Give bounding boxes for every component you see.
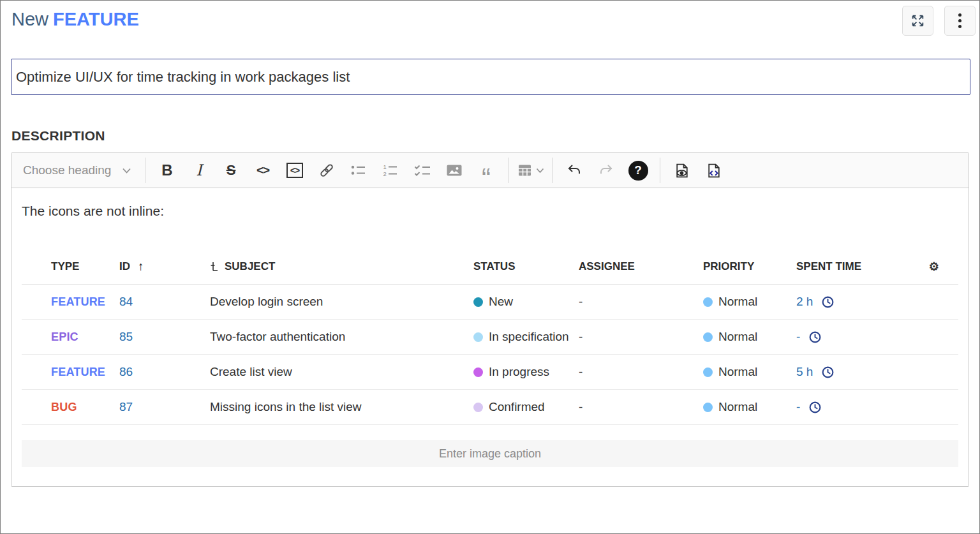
insert-image-icon <box>446 163 463 178</box>
redo-button[interactable] <box>590 157 622 184</box>
insert-image-button[interactable] <box>438 157 470 184</box>
insert-table-button[interactable] <box>514 157 546 184</box>
page-title-type: FEATURE <box>53 9 139 29</box>
wp-id-link[interactable]: 85 <box>119 330 133 344</box>
priority-dot <box>703 332 713 342</box>
preview-icon <box>673 162 691 179</box>
numbered-list-button[interactable]: 12 <box>375 157 406 184</box>
wp-id-link[interactable]: 86 <box>119 365 133 379</box>
priority-dot <box>703 367 713 377</box>
column-id: ID ↑ <box>119 260 210 274</box>
code-block-icon: <> <box>286 163 303 178</box>
bold-button[interactable]: B <box>151 157 183 184</box>
wp-type: FEATURE <box>51 366 105 379</box>
editor-toolbar: Choose heading B I S <> <> 12 <box>11 153 969 188</box>
description-editor: Choose heading B I S <> <> 12 <box>11 152 969 487</box>
column-status: STATUS <box>473 260 579 273</box>
spent-time-link[interactable]: 5 h <box>796 365 813 379</box>
fullscreen-icon <box>910 13 926 29</box>
wp-type: EPIC <box>51 330 78 344</box>
clock-icon[interactable] <box>821 366 835 379</box>
status-label: New <box>489 295 513 309</box>
code-block-button[interactable]: <> <box>279 157 311 184</box>
markdown-source-icon <box>705 162 723 179</box>
column-priority: PRIORITY <box>703 260 796 273</box>
priority-dot <box>703 297 713 307</box>
priority-label: Normal <box>718 400 757 414</box>
wp-subject: Develop login screen <box>210 295 323 309</box>
insert-table-icon <box>517 163 533 178</box>
table-settings: ⚙ <box>898 260 939 274</box>
assignee-value: - <box>579 400 703 414</box>
hierarchy-icon <box>210 261 219 272</box>
settings-gear-icon: ⚙ <box>929 260 939 274</box>
wp-id-link[interactable]: 87 <box>119 400 133 414</box>
chevron-down-icon <box>122 167 131 174</box>
status-dot <box>473 367 483 377</box>
assignee-value: - <box>579 295 703 309</box>
kebab-menu-icon <box>958 13 961 28</box>
bold-icon: B <box>161 161 172 179</box>
undo-icon <box>566 163 583 178</box>
inline-code-button[interactable]: <> <box>247 157 279 184</box>
status-dot <box>473 403 483 412</box>
undo-button[interactable] <box>558 157 590 184</box>
assignee-value: - <box>579 365 703 379</box>
spent-time-link[interactable]: - <box>796 330 800 344</box>
strikethrough-button[interactable]: S <box>215 157 247 184</box>
editor-paragraph: The icons are not inline: <box>22 204 958 219</box>
table-chevron-icon <box>536 168 544 174</box>
spent-time-link[interactable]: - <box>796 400 800 414</box>
sort-ascending-icon: ↑ <box>138 260 144 274</box>
toolbar-separator <box>660 158 660 183</box>
assignee-value: - <box>579 330 703 344</box>
bulleted-list-icon <box>350 163 367 178</box>
table-row: FEATURE 86 Create list view In progress … <box>22 355 958 390</box>
status-dot <box>473 297 483 307</box>
todo-list-button[interactable] <box>406 157 438 184</box>
column-type: TYPE <box>51 260 119 273</box>
heading-dropdown[interactable]: Choose heading <box>18 158 139 183</box>
preview-button[interactable] <box>666 157 698 184</box>
editor-content[interactable]: The icons are not inline: TYPE ID ↑ SUBJ… <box>11 188 969 486</box>
help-icon: ? <box>628 161 648 181</box>
block-quote-button[interactable]: “ <box>470 157 502 184</box>
spent-time-link[interactable]: 2 h <box>796 295 813 309</box>
page-header: NewFEATURE <box>1 1 979 36</box>
table-header-row: TYPE ID ↑ SUBJECT STATUS ASSIGNEE PRIORI… <box>22 249 958 285</box>
bulleted-list-button[interactable] <box>343 157 375 184</box>
wp-id-link[interactable]: 84 <box>119 295 133 309</box>
subject-input[interactable] <box>11 59 970 95</box>
column-spent-time: SPENT TIME <box>796 260 898 273</box>
status-label: In specification <box>489 330 569 344</box>
markdown-source-button[interactable] <box>698 157 730 184</box>
redo-icon <box>598 163 614 178</box>
embedded-table-image[interactable]: TYPE ID ↑ SUBJECT STATUS ASSIGNEE PRIORI… <box>22 249 958 467</box>
new-work-package-page: NewFEATURE DESCRIPTION Choose heading <box>0 0 980 534</box>
table-row: EPIC 85 Two-factor authentication In spe… <box>22 320 958 355</box>
clock-icon[interactable] <box>808 330 822 344</box>
priority-label: Normal <box>718 365 757 379</box>
wp-subject: Missing icons in the list view <box>210 400 362 414</box>
status-dot <box>473 332 483 342</box>
header-actions <box>902 6 976 36</box>
image-caption-placeholder[interactable]: Enter image caption <box>22 440 958 467</box>
fullscreen-button[interactable] <box>902 6 933 36</box>
wp-type: BUG <box>51 401 77 414</box>
page-title: NewFEATURE <box>11 6 139 30</box>
heading-dropdown-label: Choose heading <box>23 163 111 177</box>
help-button[interactable]: ? <box>622 157 654 184</box>
todo-list-icon <box>414 163 431 178</box>
wp-subject: Two-factor authentication <box>210 330 345 344</box>
more-menu-button[interactable] <box>944 6 976 36</box>
clock-icon[interactable] <box>821 295 835 309</box>
italic-button[interactable]: I <box>183 157 215 184</box>
svg-text:2: 2 <box>383 170 387 177</box>
link-button[interactable] <box>311 157 343 184</box>
toolbar-separator <box>552 158 553 183</box>
clock-icon[interactable] <box>808 401 822 414</box>
table-row: BUG 87 Missing icons in the list view Co… <box>22 390 958 425</box>
priority-label: Normal <box>718 295 757 309</box>
description-label: DESCRIPTION <box>11 128 969 144</box>
numbered-list-icon: 12 <box>382 163 399 178</box>
